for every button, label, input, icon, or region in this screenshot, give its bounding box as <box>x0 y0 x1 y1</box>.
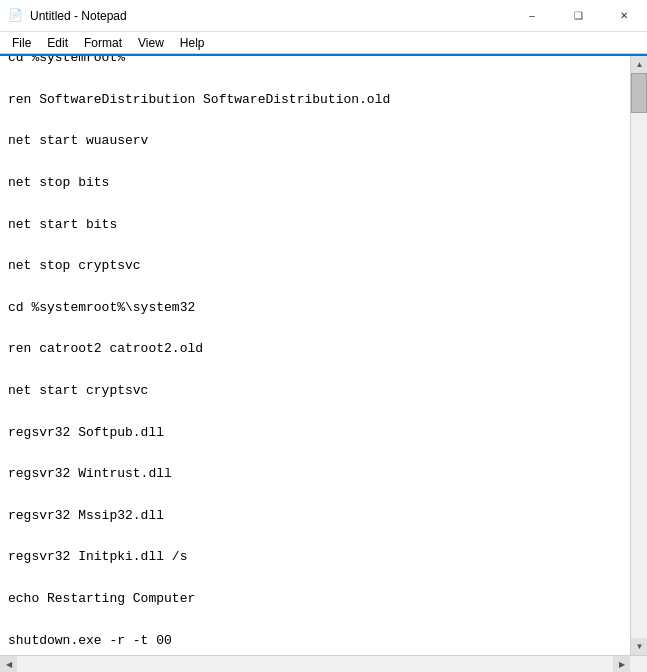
menu-edit[interactable]: Edit <box>39 32 76 54</box>
menu-view[interactable]: View <box>130 32 172 54</box>
title-bar-left: 📄 Untitled - Notepad <box>8 8 127 24</box>
minimize-button[interactable]: – <box>509 0 555 32</box>
menu-format[interactable]: Format <box>76 32 130 54</box>
window-title: Untitled - Notepad <box>30 9 127 23</box>
title-bar: 📄 Untitled - Notepad – ❑ ✕ <box>0 0 647 32</box>
scroll-right-button[interactable]: ▶ <box>613 656 630 672</box>
app-icon: 📄 <box>8 8 24 24</box>
scrollbar-thumb[interactable] <box>631 73 647 113</box>
horizontal-scrollbar: ◀ ▶ <box>0 655 647 672</box>
text-editor[interactable] <box>0 56 630 655</box>
menu-help[interactable]: Help <box>172 32 213 54</box>
title-bar-controls: – ❑ ✕ <box>509 0 647 32</box>
scroll-left-button[interactable]: ◀ <box>0 656 17 672</box>
close-button[interactable]: ✕ <box>601 0 647 32</box>
editor-container: ▲ ▼ <box>0 56 647 655</box>
scroll-down-button[interactable]: ▼ <box>631 638 647 655</box>
scroll-up-button[interactable]: ▲ <box>631 56 647 73</box>
hscrollbar-track <box>17 656 613 672</box>
scrollbar-corner <box>630 656 647 672</box>
menu-bar: File Edit Format View Help <box>0 32 647 54</box>
menu-file[interactable]: File <box>4 32 39 54</box>
scrollbar-thumb-area <box>631 73 647 638</box>
vertical-scrollbar[interactable]: ▲ ▼ <box>630 56 647 655</box>
restore-button[interactable]: ❑ <box>555 0 601 32</box>
